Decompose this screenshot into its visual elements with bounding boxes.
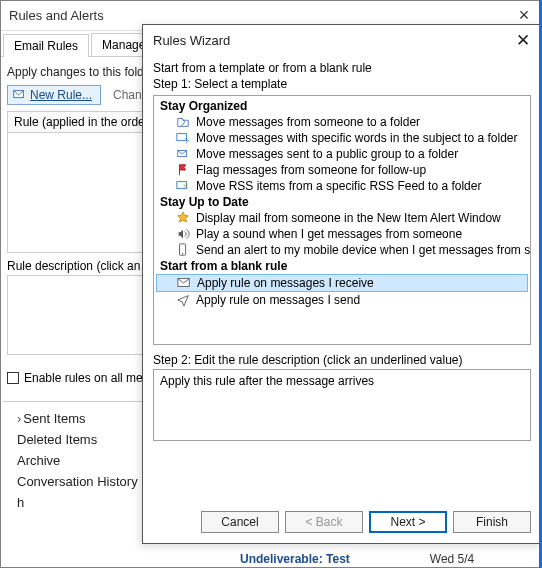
send-icon (176, 293, 190, 307)
template-item[interactable]: Move messages from someone to a folder (154, 114, 530, 130)
template-label: Move messages with specific words in the… (196, 131, 517, 145)
mobile-icon (176, 243, 190, 257)
template-label: Apply rule on messages I receive (197, 276, 374, 290)
move-group-icon (176, 147, 190, 161)
wizard-description-box[interactable]: Apply this rule after the message arrive… (153, 369, 531, 441)
new-rule-icon (12, 88, 26, 102)
mail-subject: Undeliverable: Test (240, 552, 350, 566)
wizard-instruction: Start from a template or from a blank ru… (153, 61, 531, 75)
wizard-description-text: Apply this rule after the message arrive… (160, 374, 374, 388)
wizard-body: Start from a template or from a blank ru… (143, 55, 541, 501)
finish-button[interactable]: Finish (453, 511, 531, 533)
rules-dialog-title: Rules and Alerts (9, 8, 104, 23)
template-item[interactable]: Apply rule on messages I send (154, 292, 530, 308)
template-label: Move messages from someone to a folder (196, 115, 420, 129)
close-icon[interactable]: × (513, 5, 535, 26)
move-folder-icon (176, 115, 190, 129)
template-item[interactable]: Move RSS items from a specific RSS Feed … (154, 178, 530, 194)
wizard-title-bar: Rules Wizard ✕ (143, 25, 541, 55)
template-group-blank-rule: Start from a blank rule (154, 258, 530, 274)
template-label: Play a sound when I get messages from so… (196, 227, 462, 241)
tab-email-rules[interactable]: Email Rules (3, 34, 89, 57)
new-rule-button[interactable]: New Rule... (7, 85, 101, 105)
template-label: Move RSS items from a specific RSS Feed … (196, 179, 481, 193)
wizard-button-row: Cancel < Back Next > Finish (143, 501, 541, 543)
template-label: Flag messages from someone for follow-up (196, 163, 426, 177)
template-label: Display mail from someone in the New Ite… (196, 211, 501, 225)
move-subject-icon (176, 131, 190, 145)
new-rule-label: New Rule... (30, 88, 92, 102)
template-label: Move messages sent to a public group to … (196, 147, 458, 161)
envelope-icon (177, 276, 191, 290)
template-item[interactable]: Send an alert to my mobile device when I… (154, 242, 530, 258)
chevron-right-icon: › (17, 411, 21, 426)
template-group-stay-uptodate: Stay Up to Date (154, 194, 530, 210)
back-button: < Back (285, 511, 363, 533)
wizard-step2-label: Step 2: Edit the rule description (click… (153, 353, 531, 367)
template-item[interactable]: Flag messages from someone for follow-up (154, 162, 530, 178)
folder-label: Deleted Items (17, 432, 97, 447)
folder-label: Archive (17, 453, 60, 468)
next-button[interactable]: Next > (369, 511, 447, 533)
close-icon[interactable]: ✕ (513, 30, 533, 51)
template-label: Send an alert to my mobile device when I… (196, 243, 530, 257)
template-item[interactable]: Play a sound when I get messages from so… (154, 226, 530, 242)
template-list[interactable]: Stay Organized Move messages from someon… (153, 95, 531, 345)
folder-label: h (17, 495, 24, 510)
folder-label: Sent Items (23, 411, 85, 426)
mail-preview-row[interactable]: Undeliverable: Test Wed 5/4 (240, 552, 540, 566)
svg-point-5 (182, 253, 183, 254)
alert-star-icon (176, 211, 190, 225)
rules-wizard-dialog: Rules Wizard ✕ Start from a template or … (142, 24, 542, 544)
svg-rect-1 (177, 134, 187, 141)
wizard-step1-label: Step 1: Select a template (153, 77, 531, 91)
template-item[interactable]: Move messages with specific words in the… (154, 130, 530, 146)
template-item[interactable]: Display mail from someone in the New Ite… (154, 210, 530, 226)
template-label: Apply rule on messages I send (196, 293, 360, 307)
flag-icon (176, 163, 190, 177)
cancel-button[interactable]: Cancel (201, 511, 279, 533)
rss-icon (176, 179, 190, 193)
mail-date: Wed 5/4 (430, 552, 474, 566)
template-group-stay-organized: Stay Organized (154, 98, 530, 114)
enable-rules-label: Enable rules on all messa (24, 371, 161, 385)
template-item-selected[interactable]: Apply rule on messages I receive (156, 274, 528, 292)
wizard-title: Rules Wizard (153, 33, 230, 48)
template-item[interactable]: Move messages sent to a public group to … (154, 146, 530, 162)
folder-label: Conversation History (17, 474, 138, 489)
enable-rules-checkbox[interactable] (7, 372, 19, 384)
sound-icon (176, 227, 190, 241)
